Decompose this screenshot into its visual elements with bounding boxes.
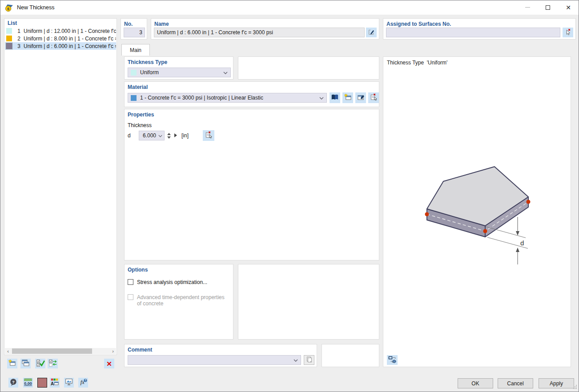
thickness-list: 1 Uniform | d : 12.000 in | 1 - Concrete… — [5, 27, 116, 50]
chevron-down-icon — [319, 95, 324, 101]
preview-title: Thickness Type 'Uniform' — [387, 60, 447, 66]
type-color-swatch — [131, 70, 137, 76]
maximize-icon — [546, 5, 550, 10]
chevron-down-icon — [223, 69, 228, 76]
options-panel: Options Stress analysis optimization... … — [124, 264, 233, 340]
close-button[interactable]: ✕ — [558, 0, 579, 14]
comment-dropdown[interactable] — [128, 355, 301, 365]
material-label: Material — [125, 82, 379, 90]
select-all-button[interactable] — [35, 359, 45, 368]
material-dropdown[interactable]: 1 - Concrete f'c = 3000 psi | Isotropic … — [128, 93, 327, 103]
preview-toggle-button[interactable] — [387, 355, 398, 365]
new-item-button[interactable] — [7, 359, 17, 368]
stress-optimization-checkbox[interactable] — [128, 279, 133, 285]
d-value: 6.000 — [143, 132, 156, 139]
properties-panel: Properties Thickness d 6.000 [in] — [124, 109, 379, 260]
svg-text:A: A — [51, 381, 54, 386]
item-text: Uniform | d : 8.000 in | 1 - Concrete f'… — [22, 36, 116, 42]
tab-main[interactable]: Main — [121, 44, 150, 56]
comment-copy-button[interactable] — [304, 355, 314, 365]
list-label: List — [4, 19, 117, 26]
empty-panel-top — [238, 56, 379, 80]
help-button[interactable]: ? — [8, 378, 18, 388]
no-field[interactable]: 3 — [124, 28, 145, 37]
maximize-button[interactable] — [538, 0, 558, 14]
color-swatch — [6, 43, 12, 49]
d-value-input[interactable]: 6.000 — [139, 131, 165, 140]
thickness-type-dropdown[interactable]: Uniform — [128, 68, 231, 77]
name-input[interactable]: Uniform | d : 6.000 in | 1 - Concrete f'… — [154, 28, 365, 37]
units-button[interactable]: 0,00 — [23, 378, 33, 388]
dim-d-label: d — [520, 239, 524, 247]
minimize-button[interactable] — [517, 0, 538, 14]
graphics-button[interactable] — [64, 378, 74, 388]
color-swatch — [6, 28, 12, 34]
copy-windows-icon — [21, 359, 30, 368]
thickness-type-value: Uniform — [140, 69, 159, 76]
list-item[interactable]: 1 Uniform | d : 12.000 in | 1 - Concrete… — [5, 27, 116, 35]
slab-illustration: d — [414, 161, 566, 268]
units-icon: 0,00 — [24, 378, 32, 388]
thickness-group-label: Thickness — [128, 122, 152, 128]
stress-optimization-label: Stress analysis optimization... — [137, 279, 226, 285]
scroll-left-icon[interactable]: ‹ — [5, 348, 11, 354]
horizontal-scrollbar[interactable]: ‹ › — [5, 348, 116, 354]
options-label: Options — [125, 264, 233, 273]
empty-panel-options — [238, 264, 379, 340]
chevron-down-icon — [294, 357, 298, 363]
new-window-star-icon — [8, 359, 16, 368]
material-new-button[interactable] — [342, 92, 353, 103]
no-label: No. — [121, 19, 147, 27]
name-panel: Name Uniform | d : 6.000 in | 1 - Concre… — [151, 18, 379, 40]
copy-item-button[interactable] — [20, 359, 31, 368]
title-bar[interactable]: 6 New Thickness ✕ — [0, 0, 579, 15]
toggle-2d-3d-icon — [388, 356, 396, 364]
material-remove-button[interactable] — [368, 92, 379, 103]
new-window-star-icon — [344, 93, 352, 102]
delete-item-button[interactable]: ✕ — [104, 359, 114, 368]
d-symbol: d — [128, 132, 139, 139]
d-detail-arrow-icon[interactable] — [174, 132, 177, 139]
assigned-input[interactable] — [386, 28, 560, 37]
item-number: 3 — [12, 43, 22, 49]
assigned-label: Assigned to Surfaces No. — [383, 19, 575, 27]
list-panel: List 1 Uniform | d : 12.000 in | 1 - Con… — [4, 18, 117, 355]
d-unit: [in] — [181, 132, 189, 139]
svg-text:?: ? — [84, 379, 86, 382]
material-value: 1 - Concrete f'c = 3000 psi | Isotropic … — [140, 95, 263, 101]
d-spinner[interactable] — [167, 133, 171, 139]
pick-surfaces-button[interactable] — [563, 28, 573, 37]
material-color-swatch — [131, 95, 137, 101]
formula-button[interactable]: fx ? — [78, 378, 88, 388]
ok-button[interactable]: OK — [458, 378, 493, 388]
fx-formula-icon: fx ? — [79, 378, 88, 388]
material-library-button[interactable] — [330, 92, 340, 103]
rfem-logo-icon: 6 — [5, 4, 13, 12]
cancel-button[interactable]: Cancel — [498, 378, 533, 388]
thickness-type-panel: Thickness Type Uniform — [124, 56, 233, 80]
item-text: Uniform | d : 6.000 in | 1 - Concrete f'… — [22, 43, 116, 49]
material-panel: Material 1 - Concrete f'c = 3000 psi | I… — [124, 81, 379, 107]
advanced-properties-row: Advanced time-dependent properties of co… — [128, 294, 226, 307]
d-remove-function-button[interactable] — [203, 130, 214, 141]
name-label: Name — [151, 19, 379, 27]
scrollbar-thumb[interactable] — [12, 348, 92, 354]
display-colors-button[interactable]: A — [50, 378, 60, 388]
chevron-down-icon[interactable] — [158, 132, 162, 139]
copy-pages-icon — [306, 356, 313, 364]
item-color-button[interactable] — [37, 378, 47, 388]
rename-button[interactable] — [366, 28, 377, 37]
comment-panel: Comment — [124, 344, 317, 367]
item-number: 2 — [12, 36, 22, 42]
apply-button[interactable]: Apply — [539, 378, 574, 388]
thickness-type-label: Thickness Type — [125, 57, 233, 65]
window-title: New Thickness — [17, 4, 55, 11]
help-bubble-icon: ? — [9, 378, 17, 388]
pencil-edit-icon — [368, 28, 375, 37]
invert-selection-button[interactable] — [48, 359, 58, 368]
material-edit-button[interactable] — [355, 92, 366, 103]
list-item-selected[interactable]: 3 Uniform | d : 6.000 in | 1 - Concrete … — [5, 42, 116, 50]
resize-grip[interactable] — [573, 384, 577, 390]
scroll-right-icon[interactable]: › — [110, 348, 116, 354]
list-item[interactable]: 2 Uniform | d : 8.000 in | 1 - Concrete … — [5, 35, 116, 42]
